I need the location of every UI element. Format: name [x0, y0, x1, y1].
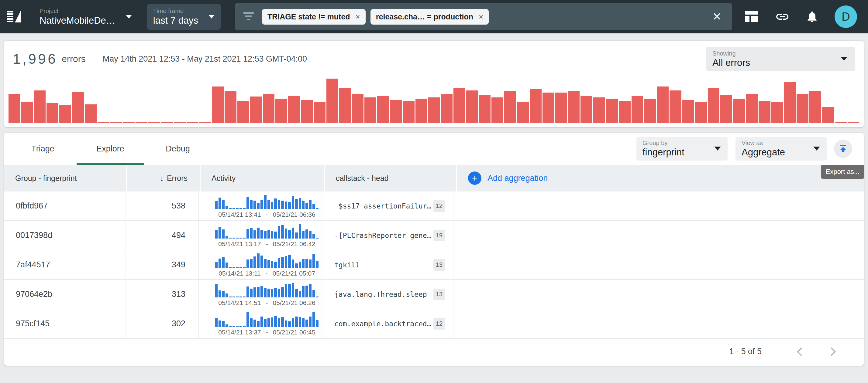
- histogram-bar[interactable]: [110, 122, 122, 123]
- table-row[interactable]: 975cf14530205/14/21 13:37-05/21/21 06:45…: [4, 309, 864, 339]
- histogram-bar[interactable]: [809, 91, 821, 123]
- table-row[interactable]: 97064e2b31305/14/21 14:51-05/21/21 06:26…: [4, 280, 864, 309]
- histogram-bar[interactable]: [98, 122, 110, 123]
- histogram-bar[interactable]: [263, 94, 275, 123]
- histogram-bar[interactable]: [352, 94, 364, 123]
- histogram-bar[interactable]: [593, 97, 605, 123]
- histogram-bar[interactable]: [161, 122, 173, 123]
- histogram-bar[interactable]: [517, 102, 529, 123]
- histogram-bar[interactable]: [199, 122, 211, 123]
- histogram-bar[interactable]: [8, 94, 20, 123]
- view-as-dropdown[interactable]: View as Aggregate: [736, 137, 827, 161]
- histogram-bar[interactable]: [454, 88, 465, 123]
- histogram-bar[interactable]: [542, 93, 554, 123]
- histogram-bar[interactable]: [212, 86, 224, 123]
- histogram-bar[interactable]: [288, 96, 300, 123]
- tab-triage[interactable]: Triage: [9, 133, 76, 165]
- histogram-bar[interactable]: [530, 89, 541, 123]
- histogram-bar[interactable]: [123, 122, 135, 123]
- histogram-bar[interactable]: [581, 96, 592, 123]
- histogram-bar[interactable]: [835, 122, 847, 123]
- dashboard-icon[interactable]: [745, 11, 758, 22]
- histogram-bar[interactable]: [327, 79, 338, 123]
- histogram-bar[interactable]: [390, 100, 402, 124]
- tab-debug[interactable]: Debug: [144, 133, 212, 165]
- histogram-bar[interactable]: [59, 105, 71, 123]
- histogram-bar[interactable]: [314, 102, 326, 123]
- histogram-bar[interactable]: [339, 88, 351, 123]
- histogram-bar[interactable]: [822, 107, 834, 123]
- histogram-bar[interactable]: [34, 91, 46, 124]
- export-button[interactable]: [834, 140, 852, 158]
- sparkline-bar: [240, 297, 242, 298]
- histogram-bar[interactable]: [568, 91, 580, 123]
- histogram-bar[interactable]: [619, 101, 631, 123]
- project-selector[interactable]: Project NativeMobileDe…: [39, 8, 132, 26]
- histogram-bar[interactable]: [491, 97, 503, 123]
- histogram-bar[interactable]: [606, 99, 618, 123]
- histogram-bar[interactable]: [364, 97, 376, 123]
- histogram-bar[interactable]: [377, 96, 389, 123]
- histogram-bar[interactable]: [135, 122, 147, 123]
- histogram-bar[interactable]: [428, 97, 440, 123]
- column-header-activity[interactable]: Activity: [200, 165, 324, 192]
- histogram-bar[interactable]: [403, 101, 414, 123]
- histogram-bar[interactable]: [301, 100, 313, 124]
- histogram-bar[interactable]: [555, 93, 567, 123]
- histogram-bar[interactable]: [758, 101, 770, 123]
- histogram-bar[interactable]: [187, 122, 198, 123]
- filter-bar[interactable]: TRIAGE state != muted×release.cha… = pro…: [235, 3, 732, 30]
- link-icon[interactable]: [775, 9, 789, 24]
- histogram-bar[interactable]: [657, 86, 669, 123]
- table-row[interactable]: 7af4451734905/14/21 13:11-05/21/21 05:07…: [4, 250, 864, 280]
- histogram-bar[interactable]: [848, 122, 860, 123]
- histogram-bar[interactable]: [250, 97, 262, 123]
- histogram-bar[interactable]: [670, 91, 681, 124]
- histogram-bar[interactable]: [733, 99, 745, 123]
- histogram-bar[interactable]: [631, 96, 643, 123]
- add-aggregation-button[interactable]: + Add aggregation: [457, 165, 864, 192]
- histogram-bar[interactable]: [72, 92, 84, 123]
- histogram-bar[interactable]: [784, 82, 796, 123]
- table-row[interactable]: 0017398d49405/14/21 13:17-05/21/21 06:42…: [4, 221, 864, 250]
- histogram-bar[interactable]: [174, 122, 186, 123]
- histogram-bar[interactable]: [21, 102, 33, 123]
- timeframe-selector[interactable]: Time frame last 7 days: [147, 4, 221, 30]
- histogram-bar[interactable]: [746, 94, 758, 123]
- bell-icon[interactable]: [805, 9, 819, 24]
- histogram-bar[interactable]: [682, 100, 694, 124]
- histogram-bar[interactable]: [237, 101, 249, 123]
- column-header-callstack[interactable]: callstack - head: [325, 165, 456, 192]
- histogram-bar[interactable]: [504, 91, 516, 123]
- histogram-bar[interactable]: [46, 103, 58, 123]
- filter-chip[interactable]: TRIAGE state != muted×: [262, 9, 366, 25]
- column-header-errors[interactable]: ↓ Errors: [127, 165, 200, 192]
- filter-chip-close-icon[interactable]: ×: [479, 12, 483, 22]
- histogram-bar[interactable]: [466, 91, 478, 124]
- clear-filters-button[interactable]: ✕: [710, 11, 724, 22]
- histogram-bar[interactable]: [415, 99, 427, 123]
- histogram-bar[interactable]: [148, 122, 160, 123]
- histogram-bar[interactable]: [225, 91, 237, 123]
- histogram-bar[interactable]: [695, 102, 707, 123]
- histogram-bar[interactable]: [479, 95, 491, 123]
- previous-page-button[interactable]: [797, 347, 805, 356]
- showing-dropdown[interactable]: Showing All errors: [706, 47, 855, 71]
- histogram-bar[interactable]: [644, 99, 656, 123]
- histogram-bar[interactable]: [771, 102, 783, 123]
- histogram-bar[interactable]: [275, 99, 287, 123]
- histogram-bar[interactable]: [797, 94, 808, 123]
- next-page-button[interactable]: [827, 347, 836, 356]
- column-header-group[interactable]: Group - fingerprint: [4, 165, 126, 192]
- histogram-bar[interactable]: [720, 95, 732, 123]
- table-row[interactable]: 0fbfd96753805/14/21 13:41-05/21/21 06:36…: [4, 192, 864, 221]
- filter-chip-close-icon[interactable]: ×: [355, 12, 360, 22]
- filter-chip[interactable]: release.cha… = production×: [370, 9, 489, 25]
- tab-explore[interactable]: Explore: [76, 133, 144, 165]
- avatar[interactable]: D: [835, 5, 857, 28]
- histogram-bar[interactable]: [708, 88, 720, 123]
- histogram-bar[interactable]: [85, 104, 97, 123]
- topbar: Project NativeMobileDe… Time frame last …: [0, 0, 868, 33]
- group-by-dropdown[interactable]: Group by fingerprint: [637, 137, 727, 161]
- histogram-bar[interactable]: [441, 94, 453, 123]
